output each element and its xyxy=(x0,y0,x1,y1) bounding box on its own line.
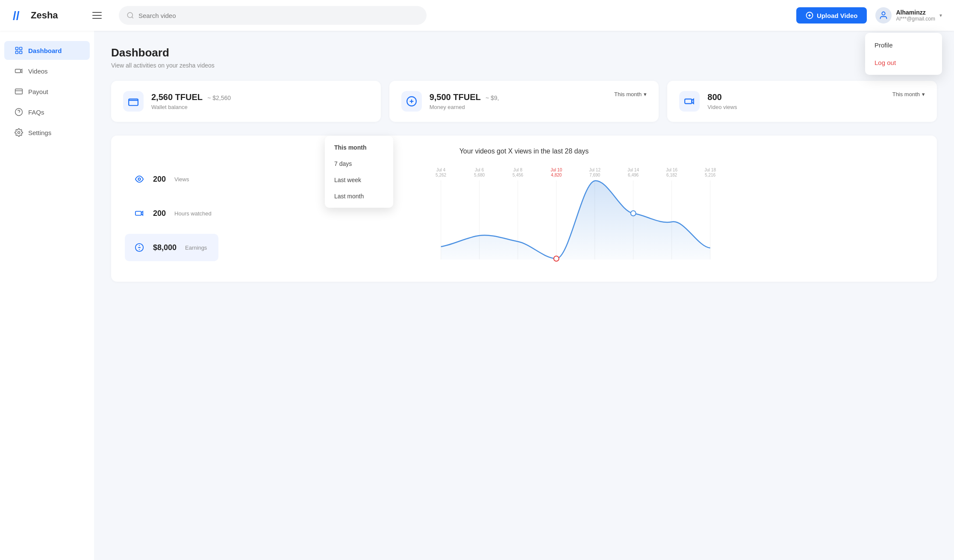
views-icon xyxy=(684,96,695,107)
chart-hours-num: 200 xyxy=(153,209,166,218)
sidebar-label-settings: Settings xyxy=(28,129,51,136)
views-card-content: 800 Video views xyxy=(707,92,884,110)
chart-views-icon xyxy=(132,171,147,187)
chart-hours-icon xyxy=(132,206,147,221)
svg-marker-12 xyxy=(21,69,22,73)
chart-stat-views: 200 Views xyxy=(125,165,218,193)
wallet-icon xyxy=(128,96,139,107)
sidebar-label-videos: Videos xyxy=(28,68,48,75)
period-option-last-week[interactable]: Last week xyxy=(325,172,393,188)
chart-earnings-num: $8,000 xyxy=(153,243,177,252)
svg-text:Jul 16: Jul 16 xyxy=(666,168,677,172)
svg-rect-20 xyxy=(685,99,692,104)
page-title: Dashboard xyxy=(111,46,937,59)
faqs-icon xyxy=(15,108,23,116)
views-card: 800 Video views This month ▾ xyxy=(667,81,937,122)
hamburger-menu[interactable] xyxy=(89,9,105,22)
logout-menu-item[interactable]: Log out xyxy=(865,54,942,71)
chevron-down-icon: ▾ xyxy=(922,91,925,97)
sidebar-label-faqs: FAQs xyxy=(28,109,44,116)
app-name: Zesha xyxy=(31,10,58,21)
user-name: Alhaminzz xyxy=(896,9,935,16)
views-label: Video views xyxy=(707,104,884,110)
logo-area: // Zesha xyxy=(12,8,80,23)
chart-stats: 200 Views 200 Hours watched xyxy=(125,165,218,270)
money-icon xyxy=(406,96,417,107)
money-filter[interactable]: This month ▾ xyxy=(614,91,647,97)
wallet-card: 2,560 TFUEL ~ $2,560 Wallet balance xyxy=(111,81,381,122)
chart-title: Your videos got X views in the last 28 d… xyxy=(125,147,923,155)
chart-earnings-icon xyxy=(132,240,147,255)
money-label: Money earned xyxy=(430,104,607,110)
chevron-down-icon: ▾ xyxy=(939,12,942,18)
clock-icon xyxy=(135,209,144,218)
chart-section: Your videos got X views in the last 28 d… xyxy=(111,136,937,282)
sidebar-item-settings[interactable]: Settings xyxy=(4,123,90,142)
money-value: 9,500 TFUEL ~ $9, xyxy=(430,92,607,102)
chart-hours-label: Hours watched xyxy=(174,210,212,217)
search-bar[interactable] xyxy=(119,6,427,25)
views-value: 800 xyxy=(707,92,884,102)
logo-icon: // xyxy=(12,8,27,23)
svg-rect-10 xyxy=(20,51,22,54)
svg-text:5,262: 5,262 xyxy=(436,173,446,177)
period-option-last-month[interactable]: Last month xyxy=(325,188,393,204)
svg-rect-8 xyxy=(20,47,22,50)
svg-point-17 xyxy=(18,132,20,134)
person-icon xyxy=(879,11,888,20)
svg-marker-21 xyxy=(692,99,694,104)
period-option-this-month[interactable]: This month xyxy=(325,139,393,156)
views-filter[interactable]: This month ▾ xyxy=(892,91,925,97)
svg-text:7,690: 7,690 xyxy=(589,173,600,177)
svg-text:Jul 12: Jul 12 xyxy=(589,168,601,172)
svg-text:Jul 14: Jul 14 xyxy=(627,168,639,172)
svg-text:4,820: 4,820 xyxy=(551,173,562,177)
wallet-label: Wallet balance xyxy=(151,104,369,110)
svg-rect-11 xyxy=(15,69,21,73)
user-dropdown: Profile Log out xyxy=(865,33,942,75)
sidebar-item-dashboard[interactable]: Dashboard xyxy=(4,41,90,60)
svg-text://: // xyxy=(13,9,20,22)
money-card-content: 9,500 TFUEL ~ $9, Money earned xyxy=(430,92,607,110)
svg-rect-13 xyxy=(15,89,23,94)
sidebar-label-dashboard: Dashboard xyxy=(28,47,62,54)
profile-menu-item[interactable]: Profile xyxy=(865,36,942,54)
chart-highlight-dot xyxy=(630,211,636,216)
plus-icon xyxy=(806,12,813,19)
stat-cards: 2,560 TFUEL ~ $2,560 Wallet balance 9,50… xyxy=(111,81,937,122)
main-content: Dashboard View all activities on your ze… xyxy=(94,31,954,560)
user-avatar xyxy=(875,7,892,24)
search-icon xyxy=(127,12,134,19)
svg-marker-24 xyxy=(141,211,143,215)
user-info: Alhaminzz Al***@gmail.com xyxy=(896,9,935,22)
svg-text:5,216: 5,216 xyxy=(705,173,716,177)
sidebar-item-payout[interactable]: Payout xyxy=(4,82,90,101)
svg-line-2 xyxy=(132,17,133,18)
chart-stat-earnings: $8,000 Earnings xyxy=(125,234,218,261)
sidebar-item-faqs[interactable]: FAQs xyxy=(4,103,90,121)
period-dropdown: This month 7 days Last week Last month xyxy=(325,136,393,208)
chart-stat-hours: 200 Hours watched xyxy=(125,200,218,227)
user-area[interactable]: Alhaminzz Al***@gmail.com ▾ Profile Log … xyxy=(875,7,942,24)
page-subtitle: View all activities on your zesha videos xyxy=(111,62,937,69)
eye-icon xyxy=(135,174,144,184)
videos-icon xyxy=(15,67,23,75)
svg-rect-7 xyxy=(16,47,18,50)
chevron-down-icon: ▾ xyxy=(644,91,647,97)
money-card: 9,500 TFUEL ~ $9, Money earned This mont… xyxy=(389,81,659,122)
period-option-7days[interactable]: 7 days xyxy=(325,156,393,172)
svg-point-6 xyxy=(882,12,885,15)
svg-point-22 xyxy=(138,178,141,180)
sidebar-item-videos[interactable]: Videos xyxy=(4,62,90,80)
svg-text:Jul 10: Jul 10 xyxy=(551,168,562,172)
user-email: Al***@gmail.com xyxy=(896,16,935,22)
search-input[interactable] xyxy=(138,12,419,19)
earnings-icon xyxy=(135,243,144,252)
sidebar-label-payout: Payout xyxy=(28,88,48,95)
svg-text:5,456: 5,456 xyxy=(512,173,523,177)
views-card-icon xyxy=(679,91,700,112)
svg-text:6,182: 6,182 xyxy=(666,173,677,177)
svg-rect-9 xyxy=(16,51,18,54)
upload-button[interactable]: Upload Video xyxy=(796,7,867,24)
dashboard-icon xyxy=(15,46,23,55)
